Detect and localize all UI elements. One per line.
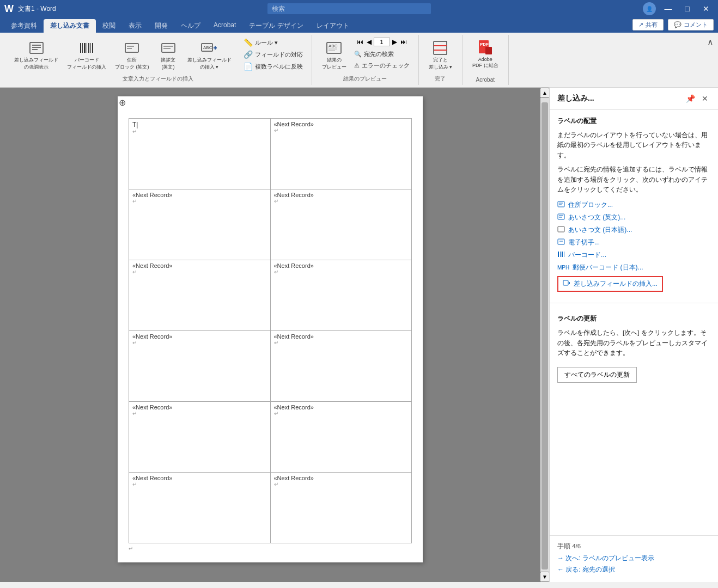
preview-small-group: 🔍 宛先の検索 ⚠ エラーのチェック [352, 49, 412, 71]
next-record-5: «Next Record» [274, 262, 314, 269]
update-all-labels-button[interactable]: すべてのラベルの更新 [557, 367, 637, 383]
preview-results-label: 結果の プレビュー [322, 57, 346, 71]
check-error-icon: ⚠ [354, 62, 360, 69]
preview-results-button[interactable]: ABC 結果の プレビュー [319, 37, 350, 73]
scroll-down-button[interactable]: ▼ [540, 572, 550, 582]
prev-record-button[interactable]: ◀ [366, 37, 373, 47]
label-cell-6[interactable]: «Next Record» ↵ [129, 331, 271, 402]
highlight-fields-button[interactable]: 差し込みフィールド の強調表示 [11, 37, 62, 73]
paragraph-mark-7: ↵ [274, 340, 409, 346]
tab-view[interactable]: 表示 [122, 19, 148, 33]
next-record-button[interactable]: ▶ [391, 37, 398, 47]
title-bar-right: 👤 — □ ✕ [643, 0, 714, 17]
propagate-labels-button[interactable]: 📄 複数ラベルに反映 [241, 61, 305, 72]
ribbon-collapse: ∧ [707, 35, 714, 85]
search-input[interactable] [267, 3, 431, 14]
table-row: «Next Record» ↵ «Next Record» ↵ [129, 189, 412, 260]
label-cell-9[interactable]: «Next Record» ↵ [270, 402, 412, 473]
label-cell-3[interactable]: «Next Record» ↵ [270, 189, 412, 260]
finish-merge-icon [431, 39, 449, 57]
close-button[interactable]: ✕ [698, 0, 714, 17]
scroll-thumb[interactable] [541, 102, 548, 569]
greeting-jp-link[interactable]: あいさつ文 (日本語)... [557, 224, 710, 236]
insert-merge-field-link[interactable]: 差し込みフィールドの挿入... [557, 276, 663, 292]
comment-button[interactable]: 💬 コメント [668, 19, 714, 30]
sidebar-pin-button[interactable]: 📌 [684, 93, 697, 104]
minimize-button[interactable]: — [660, 0, 677, 17]
end-paragraph: ↵ [129, 546, 412, 552]
field-match-button[interactable]: 🔗 フィールドの対応 [241, 49, 305, 60]
cursor-position: T| [132, 121, 138, 128]
greeting-en-link[interactable]: あいさつ文 (英文)... [557, 211, 710, 224]
next-record-7: «Next Record» [274, 333, 314, 340]
barcode-link-icon [557, 250, 565, 260]
stamp-link-icon [557, 238, 565, 247]
label-cell-5[interactable]: «Next Record» ↵ [270, 260, 412, 331]
ribbon-group-insert-label: 文章入力とフィールドの挿入 [123, 75, 193, 83]
last-record-button[interactable]: ⏭ [399, 37, 408, 47]
first-record-button[interactable]: ⏮ [356, 37, 364, 47]
sidebar-controls: 📌 ✕ [684, 93, 710, 104]
sidebar-next-label: → 次へ: ラベルのプレビュー表示 [557, 554, 654, 563]
sidebar-close-button[interactable]: ✕ [699, 93, 710, 104]
tab-references[interactable]: 参考資料 [4, 19, 44, 33]
sidebar-next-link[interactable]: → 次へ: ラベルのプレビュー表示 [557, 553, 710, 564]
tab-mailings[interactable]: 差し込み文書 [44, 19, 96, 33]
greeting-line-label: 挨拶文 (英文) [161, 57, 175, 71]
barcode-field-button[interactable]: バーコード フィールドの挿入 [64, 37, 109, 73]
tab-layout[interactable]: レイアウト [310, 19, 356, 33]
ribbon-collapse-button[interactable]: ∧ [707, 37, 714, 47]
scrollbar[interactable]: ▲ ▼ [540, 88, 549, 582]
sidebar-back-link[interactable]: ← 戻る: 宛先の選択 [557, 564, 710, 575]
address-block-link[interactable]: 住所ブロック... [557, 199, 710, 211]
label-cell-1[interactable]: «Next Record» ↵ [270, 119, 412, 189]
svg-rect-40 [558, 252, 559, 257]
label-cell-7[interactable]: «Next Record» ↵ [270, 331, 412, 402]
tab-review[interactable]: 校閲 [96, 19, 122, 33]
ribbon-group-finish-label: 完了 [435, 75, 446, 83]
record-number-input[interactable] [374, 38, 390, 46]
stamp-link[interactable]: 電子切手... [557, 236, 710, 249]
tab-help[interactable]: ヘルプ [174, 19, 207, 33]
insert-field-button[interactable]: ABC 差し込みフィールド の挿入 ▾ [184, 37, 235, 73]
title-bar: W 文書1 - Word 👤 — □ ✕ [0, 0, 718, 17]
scroll-up-button[interactable]: ▲ [540, 88, 550, 98]
check-error-button[interactable]: ⚠ エラーのチェック [352, 60, 412, 71]
maximize-button[interactable]: □ [681, 0, 694, 17]
find-recipient-button[interactable]: 🔍 宛先の検索 [352, 49, 412, 59]
svg-rect-25 [434, 41, 447, 54]
label-cell-10[interactable]: «Next Record» ↵ [129, 473, 271, 543]
sidebar: 差し込み... 📌 ✕ ラベルの配置 まだラベルのレイアウトを行っていない場合は… [549, 88, 718, 582]
acrobat-pdf-button[interactable]: PDF Adobe PDF に結合 [469, 37, 502, 71]
label-cell-11[interactable]: «Next Record» ↵ [270, 473, 412, 543]
share-icon: ↗ [638, 21, 643, 28]
label-cell-2[interactable]: «Next Record» ↵ [129, 189, 271, 260]
svg-rect-6 [84, 43, 86, 53]
sidebar-title: 差し込み... [557, 94, 594, 103]
next-record-10: «Next Record» [132, 475, 172, 481]
greeting-line-button[interactable]: 挨拶文 (英文) [155, 37, 182, 73]
tab-acrobat[interactable]: Acrobat [207, 19, 242, 33]
table-row: T| ↵ «Next Record» ↵ [129, 119, 412, 189]
sidebar-update-text: ラベルを作成したら、[次へ] をクリックします。その後、各宛先用のラベルをプレビ… [557, 328, 710, 358]
tab-table-design[interactable]: テーブル デザイン [242, 19, 309, 33]
barcode-link[interactable]: バーコード... [557, 249, 710, 261]
move-handle[interactable]: ⊕ [119, 97, 126, 108]
finish-merge-button[interactable]: 完了と 差し込み ▾ [425, 37, 456, 73]
svg-rect-43 [564, 252, 564, 257]
highlight-fields-icon [28, 39, 45, 57]
tab-developer[interactable]: 開発 [148, 19, 174, 33]
ribbon-group-acrobat: PDF Adobe PDF に結合 Acrobat [463, 35, 509, 85]
rules-button[interactable]: 📏 ルール ▾ [241, 37, 305, 48]
label-cell-8[interactable]: «Next Record» ↵ [129, 402, 271, 473]
end-paragraph-mark: ↵ [129, 546, 412, 552]
share-button[interactable]: ↗ 共有 [632, 19, 664, 30]
address-block-label: 住所 ブロック (英文) [115, 57, 149, 71]
label-cell-first[interactable]: T| ↵ [129, 119, 271, 189]
label-cell-4[interactable]: «Next Record» ↵ [129, 260, 271, 331]
barcode-field-label: バーコード フィールドの挿入 [67, 57, 106, 71]
doc-area[interactable]: ⊕ T| ↵ «Next Record» ↵ «Next Reco [0, 88, 540, 582]
address-block-button[interactable]: 住所 ブロック (英文) [112, 37, 153, 73]
paragraph-mark-5: ↵ [274, 269, 409, 275]
postal-barcode-link[interactable]: MPH 郵便バーコード (日本)... [557, 261, 710, 274]
